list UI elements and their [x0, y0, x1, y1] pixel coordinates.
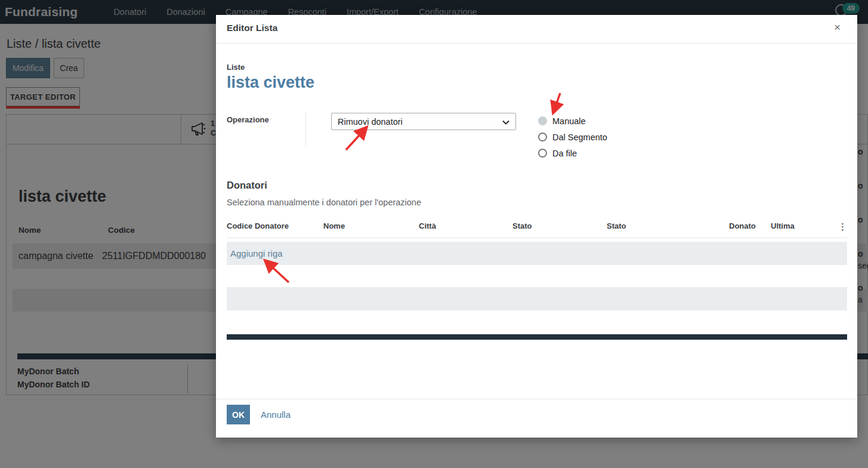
dialog-title: Editor Lista	[227, 23, 277, 33]
ok-button[interactable]: OK	[227, 405, 250, 424]
col-stato-1: Stato	[512, 221, 607, 232]
operation-select-value: Rimuovi donatori	[338, 117, 403, 127]
radio-dal-segmento[interactable]: Dal Segmento	[538, 129, 607, 145]
col-nome: Nome	[323, 221, 419, 232]
col-ultima: Ultima	[771, 221, 829, 232]
col-citta: Città	[419, 221, 512, 232]
field-divider	[305, 112, 306, 147]
operation-select[interactable]: Rimuovi donatori	[331, 113, 516, 130]
radio-da-file[interactable]: Da file	[538, 145, 607, 161]
editor-lista-dialog: Editor Lista × Liste lista civette Opera…	[216, 15, 857, 438]
donors-table-header: Codice Donatore Nome Città Stato Stato D…	[227, 221, 847, 238]
col-codice-donatore: Codice Donatore	[227, 221, 323, 232]
col-stato-2: Stato	[607, 221, 729, 232]
empty-table-row	[227, 287, 847, 310]
add-row-button[interactable]: Aggiungi riga	[227, 242, 847, 265]
footer-divider	[216, 399, 857, 399]
close-icon[interactable]: ×	[834, 21, 841, 33]
donatori-section-title: Donatori	[227, 180, 267, 191]
radio-icon	[538, 149, 547, 158]
source-radio-group: Manuale Dal Segmento Da file	[538, 113, 607, 161]
cancel-link[interactable]: Annulla	[261, 410, 291, 420]
donors-table: Codice Donatore Nome Città Stato Stato D…	[227, 221, 847, 238]
col-donato: Donato	[729, 221, 771, 232]
column-menu-icon[interactable]: ⋮	[829, 221, 847, 232]
table-horizontal-scrollbar[interactable]	[227, 334, 847, 340]
radio-icon	[538, 133, 547, 141]
liste-label: Liste	[227, 63, 245, 72]
app-root: Fundraising Donatori Donazioni Campagne …	[0, 0, 868, 468]
donatori-section-subtitle: Seleziona manualmente i donatori per l'o…	[227, 198, 421, 207]
dialog-header: Editor Lista ×	[216, 15, 857, 44]
radio-icon	[538, 116, 547, 125]
list-name-heading: lista civette	[227, 73, 314, 92]
radio-manuale[interactable]: Manuale	[538, 113, 607, 129]
chevron-down-icon	[502, 117, 509, 127]
operazione-label: Operazione	[227, 115, 269, 124]
